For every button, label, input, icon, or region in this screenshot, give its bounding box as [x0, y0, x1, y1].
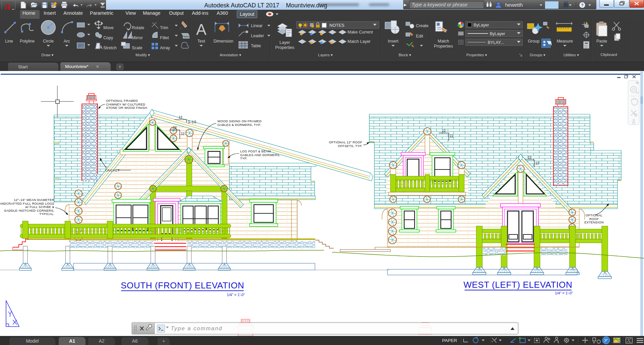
svg-text:12: 12: [178, 116, 182, 119]
svg-text:Measure: Measure: [557, 39, 573, 44]
svg-text:12”–16” MEAN DIAMETERHANDCRA: 12”–16” MEAN DIAMETERHANDCRAFTED FULL RO…: [0, 198, 54, 216]
svg-text:WOOD SIDING ON FRAMEDGABLES: WOOD SIDING ON FRAMEDGABLES & DORMERS, T…: [217, 119, 262, 127]
svg-text:hewetth: hewetth: [505, 2, 523, 8]
svg-text:OPTIONAL 12" ROOFOFFSETS, T: OPTIONAL 12" ROOFOFFSETS, TYP.: [329, 140, 362, 148]
svg-text:12: 12: [173, 126, 177, 130]
svg-text:Fillet: Fillet: [160, 36, 169, 40]
svg-text:12: 12: [442, 129, 446, 133]
svg-text:Trim: Trim: [160, 25, 168, 30]
svg-text:NOTES: NOTES: [329, 23, 344, 28]
svg-text:Text: Text: [198, 39, 205, 44]
svg-text:ByLayer: ByLayer: [474, 23, 489, 27]
svg-text:Match: Match: [438, 39, 449, 44]
svg-text:A: A: [196, 21, 207, 38]
svg-text:Rotate: Rotate: [132, 25, 144, 30]
svg-text:OPTIONAL FRAMEDCHIMNEY W/ C: OPTIONAL FRAMEDCHIMNEY W/ CULTUREDSTONE …: [106, 99, 148, 110]
svg-text:Leader: Leader: [251, 33, 264, 38]
svg-text:Line: Line: [5, 39, 13, 44]
svg-text:Array: Array: [160, 46, 170, 50]
svg-text:WEST (LEFT) ELEVATION: WEST (LEFT) ELEVATION: [464, 280, 573, 290]
svg-text:Move: Move: [103, 25, 114, 30]
svg-text:Properties: Properties: [434, 44, 453, 49]
svg-text:Match Layer: Match Layer: [347, 39, 371, 44]
svg-text:Stretch: Stretch: [103, 46, 117, 50]
svg-text:12: 12: [535, 161, 539, 165]
svg-text:12: 12: [528, 156, 532, 159]
svg-text:Table: Table: [251, 44, 261, 48]
svg-text:12: 12: [181, 132, 185, 136]
svg-text:Arc: Arc: [64, 39, 70, 44]
svg-text:BYLAY...: BYLAY...: [488, 40, 504, 45]
svg-text:Insert: Insert: [388, 39, 398, 44]
svg-text:Group: Group: [528, 39, 540, 44]
svg-text:Layer: Layer: [279, 40, 290, 45]
svg-text:Properties: Properties: [275, 45, 294, 50]
svg-text:Create: Create: [416, 23, 429, 28]
svg-text:Circle: Circle: [43, 39, 54, 44]
svg-text:Linear: Linear: [251, 23, 263, 28]
svg-text:OPTIONALROOFEXTENSION: OPTIONALROOFEXTENSION: [584, 213, 604, 224]
svg-text:Edit: Edit: [416, 34, 423, 39]
svg-text:Make Current: Make Current: [347, 30, 373, 34]
svg-text:Copy: Copy: [103, 36, 113, 40]
svg-text:12: 12: [450, 134, 454, 138]
svg-text:?: ?: [581, 3, 584, 8]
svg-text:Polyline: Polyline: [20, 39, 35, 44]
svg-text:Paste: Paste: [596, 39, 607, 44]
svg-text:Scale: Scale: [132, 46, 142, 50]
svg-text:1/4" = 1'-0": 1/4" = 1'-0": [555, 291, 573, 295]
svg-text:Dimension: Dimension: [213, 39, 233, 44]
svg-text:SOUTH (FRONT) ELEVATION: SOUTH (FRONT) ELEVATION: [121, 280, 244, 290]
svg-text:ByLayer: ByLayer: [490, 31, 505, 36]
svg-text:1/4" = 1'-0": 1/4" = 1'-0": [227, 293, 245, 297]
svg-text:Mirror: Mirror: [132, 36, 143, 40]
svg-text:3–1/2: 3–1/2: [188, 120, 196, 124]
svg-text:2D: 2D: [636, 91, 639, 94]
